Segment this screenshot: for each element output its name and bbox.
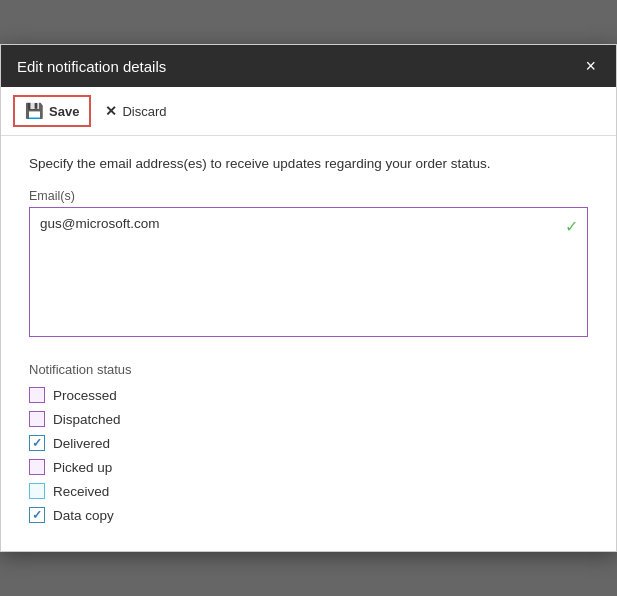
checkbox-received-box[interactable] (29, 483, 45, 499)
dialog-content: Specify the email address(es) to receive… (1, 136, 616, 551)
dialog-title: Edit notification details (17, 58, 166, 75)
discard-label: Discard (122, 104, 166, 119)
checkbox-pickedup-box[interactable] (29, 459, 45, 475)
checkbox-processed[interactable]: Processed (29, 387, 588, 403)
checkbox-delivered-label: Delivered (53, 436, 110, 451)
checkbox-pickedup[interactable]: Picked up (29, 459, 588, 475)
discard-icon: ✕ (105, 103, 117, 119)
checkbox-delivered[interactable]: ✓ Delivered (29, 435, 588, 451)
checkbox-list: Processed Dispatched ✓ Delivered Picked … (29, 387, 588, 523)
notification-status-label: Notification status (29, 362, 588, 377)
save-button[interactable]: 💾 Save (13, 95, 91, 127)
checkbox-processed-label: Processed (53, 388, 117, 403)
email-valid-icon: ✓ (565, 217, 578, 236)
email-input[interactable]: gus@microsoft.com (29, 207, 588, 337)
discard-button[interactable]: ✕ Discard (95, 98, 176, 124)
dialog-titlebar: Edit notification details × (1, 45, 616, 87)
close-button[interactable]: × (581, 55, 600, 77)
checkbox-dispatched-box[interactable] (29, 411, 45, 427)
checkbox-pickedup-label: Picked up (53, 460, 112, 475)
checkbox-processed-box[interactable] (29, 387, 45, 403)
checkbox-received[interactable]: Received (29, 483, 588, 499)
checkbox-dispatched[interactable]: Dispatched (29, 411, 588, 427)
toolbar: 💾 Save ✕ Discard (1, 87, 616, 136)
checkbox-datacopy[interactable]: ✓ Data copy (29, 507, 588, 523)
checkbox-dispatched-label: Dispatched (53, 412, 121, 427)
checkbox-delivered-box[interactable]: ✓ (29, 435, 45, 451)
edit-notification-dialog: Edit notification details × 💾 Save ✕ Dis… (0, 44, 617, 552)
check-mark-datacopy: ✓ (32, 509, 42, 521)
checkbox-received-label: Received (53, 484, 109, 499)
email-wrapper: gus@microsoft.com ✓ (29, 207, 588, 340)
save-icon: 💾 (25, 102, 44, 120)
checkbox-datacopy-label: Data copy (53, 508, 114, 523)
checkbox-datacopy-box[interactable]: ✓ (29, 507, 45, 523)
email-field-label: Email(s) (29, 189, 588, 203)
description-text: Specify the email address(es) to receive… (29, 156, 588, 171)
check-mark-delivered: ✓ (32, 437, 42, 449)
save-label: Save (49, 104, 79, 119)
